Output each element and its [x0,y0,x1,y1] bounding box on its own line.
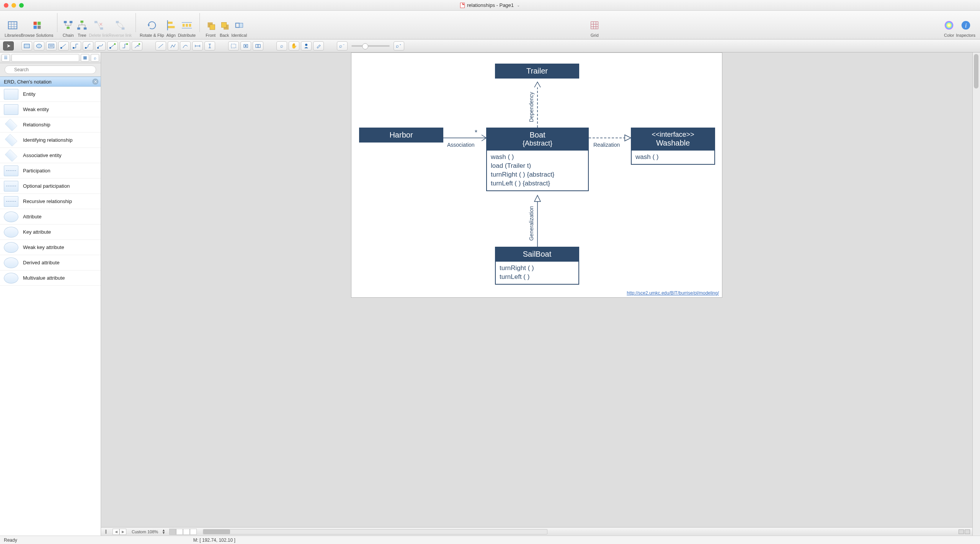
search-input[interactable] [5,66,96,74]
chevron-down-icon: ⌄ [517,3,520,7]
close-panel-icon[interactable]: ✕ [92,79,98,85]
shape-item[interactable]: Optional participation [0,179,101,194]
shape-item[interactable]: Recursive relationship [0,194,101,209]
class-boat[interactable]: Boat {Abstract} wash ( )load (Trailer t)… [486,128,589,191]
color-button[interactable]: Color [942,18,956,38]
class-harbor[interactable]: Harbor [359,128,443,143]
text-tool[interactable] [46,41,57,51]
maximize-icon[interactable] [19,3,24,8]
shape-thumb-icon [4,273,18,283]
svg-rect-59 [256,44,258,48]
shape-item[interactable]: Identifying relationship [0,133,101,148]
source-link[interactable]: http://sce2.umkc.edu/BIT/burrise/pl/mode… [627,290,719,296]
minimize-icon[interactable] [11,3,16,8]
libraries-button[interactable]: Libraries [5,18,21,38]
zoom-slider[interactable] [351,45,390,47]
align-button[interactable]: Align [164,18,178,38]
canvas-page[interactable]: Trailer Harbor Boat {Abstract} wash ( )l… [351,52,722,298]
person-tool[interactable] [301,41,312,51]
connector-7[interactable] [132,41,142,51]
browse-solutions-button[interactable]: Browse Solutions [21,18,53,38]
dimension-h-tool[interactable] [192,41,203,51]
shape-item[interactable]: Key attribute [0,224,101,240]
eyedropper-tool[interactable] [313,41,324,51]
library-panel-title[interactable]: ERD, Chen's notation ✕ [0,77,101,87]
canvas-scroll[interactable]: Trailer Harbor Boat {Abstract} wash ( )l… [101,52,972,527]
chain-button[interactable]: Chain [61,18,75,38]
shape-thumb-icon [4,181,18,192]
shape-item[interactable]: Attribute [0,209,101,224]
delete-link-button: ✕ Delete link [89,18,108,38]
tab-4[interactable] [190,529,197,535]
shape-item[interactable]: Derived attribute [0,255,101,270]
ellipse-tool[interactable] [34,41,44,51]
zoom-label[interactable]: Custom 108% [132,529,158,534]
shape-item[interactable]: Entity [0,87,101,102]
tab-1[interactable] [169,529,176,535]
distribute-button[interactable]: Distribute [178,18,196,38]
svg-marker-65 [625,135,631,141]
inspectors-button[interactable]: i Inspectors [956,18,975,38]
tab-3[interactable] [183,529,190,535]
view-mode-1[interactable] [959,529,964,534]
search-row [0,63,101,77]
crop-tool[interactable] [228,41,239,51]
svg-rect-49 [73,47,74,49]
polyline-tool[interactable] [168,41,178,51]
zoom-stepper[interactable]: ▲▼ [162,529,165,534]
group-tool[interactable] [253,41,263,51]
washable-methods: wash ( ) [632,150,714,164]
back-button[interactable]: Back [217,18,231,38]
connector-1[interactable] [58,41,69,51]
front-button[interactable]: Front [204,18,217,38]
zoom-tool[interactable]: ⌕ [276,41,287,51]
search-tab-icon[interactable]: ⌕ [91,54,99,62]
rotate-flip-button[interactable]: Rotate & Flip [140,18,164,38]
shape-item[interactable]: Associative entity [0,148,101,163]
interface-washable[interactable]: <<interface>> Washable wash ( ) [631,128,715,165]
hand-tool[interactable]: ✋ [289,41,299,51]
tab-2[interactable] [176,529,183,535]
realization-label: Realization [593,142,620,148]
shape-label: Recursive relationship [23,198,72,204]
view-mode-2[interactable] [965,529,970,534]
connector-4[interactable] [95,41,106,51]
pause-icon[interactable]: ∥ [103,529,109,534]
zoom-in-button[interactable]: ⌕⁺ [394,41,404,51]
shape-item[interactable]: Weak key attribute [0,240,101,255]
class-trailer[interactable]: Trailer [495,64,579,79]
snap-tool[interactable] [240,41,251,51]
vertical-scrollbar[interactable] [972,52,980,536]
line-tool[interactable] [155,41,166,51]
connector-3[interactable] [83,41,93,51]
page-prev[interactable]: ◀ [113,529,119,535]
dimension-v-tool[interactable] [204,41,215,51]
page-nav: ◀ ▶ [113,529,126,535]
close-icon[interactable] [4,3,8,8]
list-view-icon[interactable]: ☰ [2,54,10,62]
svg-rect-43 [24,44,29,48]
window-title[interactable]: relationships - Page1 ⌄ [460,2,520,8]
page-next[interactable]: ▶ [119,529,126,535]
shape-item[interactable]: Participation [0,163,101,179]
connector-5[interactable] [107,41,118,51]
shape-item[interactable]: Relationship [0,117,101,133]
connector-2[interactable] [70,41,81,51]
shape-item[interactable]: Weak entity [0,102,101,117]
rect-tool[interactable] [21,41,32,51]
star-label: * [475,129,477,137]
connector-6[interactable] [119,41,130,51]
tree-button[interactable]: Tree [75,18,89,38]
identical-button[interactable]: Identical [231,18,247,38]
curve-tool[interactable] [180,41,191,51]
svg-rect-5 [33,22,36,25]
class-sailboat[interactable]: SailBoat turnRight ( )turnLeft ( ) [495,247,579,285]
shape-item[interactable]: Multivalue attribute [0,270,101,286]
canvas-area: Trailer Harbor Boat {Abstract} wash ( )l… [101,52,972,536]
pointer-tool[interactable]: ➤ [3,41,14,51]
library-filter-input[interactable] [11,54,79,62]
grid-view-icon[interactable]: ▦ [81,54,89,62]
grid-button[interactable]: Grid [588,18,601,38]
horizontal-scrollbar[interactable] [203,529,547,534]
zoom-out-button[interactable]: ⌕⁻ [337,41,348,51]
